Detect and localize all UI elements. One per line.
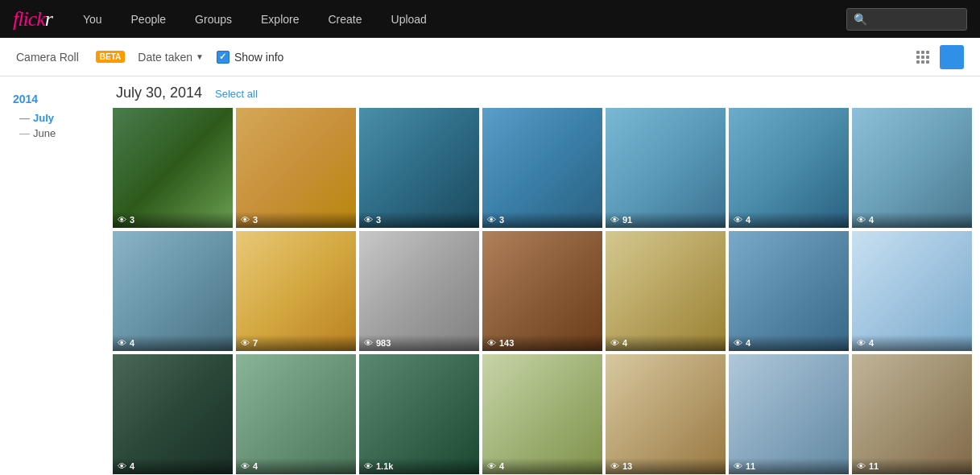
photo-grid: 👁3👁3👁3👁3👁91👁4👁4👁4👁7👁983👁143👁4👁4👁4👁4👁4👁1.…	[113, 108, 972, 474]
photo-item[interactable]: 👁11	[729, 354, 849, 474]
photo-item[interactable]: 👁13	[606, 354, 726, 474]
photo-item[interactable]: 👁4	[236, 354, 356, 474]
photo-overlay: 👁11	[729, 458, 849, 474]
photo-item[interactable]: 👁4	[729, 108, 849, 228]
date-taken-dropdown[interactable]: Date taken ▼	[138, 51, 204, 64]
show-info-checkbox[interactable]	[217, 51, 229, 64]
date-title: July 30, 2014	[116, 85, 202, 101]
photo-overlay: 👁1.1k	[359, 458, 479, 474]
photo-overlay: 👁13	[606, 458, 726, 474]
eye-icon: 👁	[118, 461, 126, 471]
eye-icon: 👁	[487, 461, 496, 471]
photo-overlay: 👁4	[606, 335, 726, 351]
eye-icon: 👁	[857, 215, 866, 225]
date-header: July 30, 2014 Select all	[113, 85, 972, 101]
photo-overlay: 👁4	[852, 212, 972, 228]
view-count: 4	[869, 338, 874, 348]
photo-item[interactable]: 👁143	[482, 231, 602, 351]
view-count: 4	[622, 338, 627, 348]
nav-people[interactable]: People	[117, 0, 181, 38]
photo-item[interactable]: 👁4	[852, 231, 972, 351]
nav-groups[interactable]: Groups	[180, 0, 246, 38]
view-count: 1.1k	[376, 461, 393, 471]
view-count: 3	[376, 215, 381, 225]
show-info-label: Show info	[234, 51, 283, 64]
eye-icon: 👁	[734, 338, 742, 348]
sidebar-month-july-label: July	[33, 112, 54, 124]
eye-icon: 👁	[610, 215, 619, 225]
photo-item[interactable]: 👁1.1k	[359, 354, 479, 474]
eye-icon: 👁	[857, 338, 866, 348]
beta-badge: BETA	[96, 51, 125, 63]
large-grid-icon	[945, 51, 958, 64]
eye-icon: 👁	[734, 215, 742, 225]
select-all-link[interactable]: Select all	[215, 88, 258, 100]
eye-icon: 👁	[118, 338, 126, 348]
small-grid-icon	[916, 51, 929, 64]
view-mode-selector	[911, 45, 964, 69]
nav-upload[interactable]: Upload	[377, 0, 441, 38]
photo-overlay: 👁4	[113, 335, 233, 351]
camera-roll-label: Camera Roll	[16, 51, 79, 64]
photo-overlay: 👁3	[113, 212, 233, 228]
date-taken-label: Date taken	[138, 51, 192, 64]
sidebar-month-june[interactable]: — June	[13, 126, 100, 141]
photo-overlay: 👁11	[852, 458, 972, 474]
date-section: July 30, 2014 Select all 👁3👁3👁3👁3👁91👁4👁4…	[113, 85, 972, 474]
eye-icon: 👁	[118, 215, 126, 225]
eye-icon: 👁	[487, 338, 496, 348]
photo-overlay: 👁4	[482, 458, 602, 474]
view-count: 4	[499, 461, 504, 471]
eye-icon: 👁	[241, 461, 250, 471]
photo-item[interactable]: 👁3	[359, 108, 479, 228]
large-grid-view-button[interactable]	[940, 45, 964, 69]
photo-item[interactable]: 👁4	[113, 354, 233, 474]
photo-overlay: 👁143	[482, 335, 602, 351]
toolbar: Camera Roll BETA Date taken ▼ Show info	[0, 38, 980, 76]
photo-item[interactable]: 👁3	[482, 108, 602, 228]
eye-icon: 👁	[610, 461, 619, 471]
photo-item[interactable]: 👁4	[852, 108, 972, 228]
photo-item[interactable]: 👁11	[852, 354, 972, 474]
eye-icon: 👁	[364, 461, 373, 471]
view-count: 4	[130, 338, 134, 348]
photo-overlay: 👁983	[359, 335, 479, 351]
view-count: 143	[499, 338, 514, 348]
site-logo[interactable]: flickr	[13, 7, 52, 31]
nav-explore[interactable]: Explore	[246, 0, 313, 38]
view-count: 11	[869, 461, 879, 471]
photo-item[interactable]: 👁4	[482, 354, 602, 474]
view-count: 4	[746, 338, 751, 348]
photo-item[interactable]: 👁3	[113, 108, 233, 228]
dash-icon: —	[19, 127, 30, 139]
view-count: 11	[746, 461, 755, 471]
chevron-down-icon: ▼	[196, 52, 204, 61]
photo-item[interactable]: 👁91	[606, 108, 726, 228]
photo-item[interactable]: 👁3	[236, 108, 356, 228]
search-bar[interactable]: 🔍	[846, 8, 967, 31]
eye-icon: 👁	[241, 215, 250, 225]
photo-overlay: 👁91	[606, 212, 726, 228]
eye-icon: 👁	[610, 338, 619, 348]
photo-item[interactable]: 👁7	[236, 231, 356, 351]
photo-overlay: 👁3	[359, 212, 479, 228]
photo-overlay: 👁4	[852, 335, 972, 351]
small-grid-view-button[interactable]	[911, 45, 935, 69]
dash-icon: —	[19, 112, 30, 124]
photo-item[interactable]: 👁983	[359, 231, 479, 351]
eye-icon: 👁	[857, 461, 866, 471]
sidebar-month-june-label: June	[33, 127, 56, 139]
view-count: 91	[622, 215, 632, 225]
nav-you[interactable]: You	[68, 0, 117, 38]
show-info-toggle[interactable]: Show info	[217, 51, 283, 64]
main-content: 2014 — July — June July 30, 2014 Select …	[0, 76, 980, 475]
photo-item[interactable]: 👁4	[729, 231, 849, 351]
sidebar-month-july[interactable]: — July	[13, 110, 100, 126]
view-count: 3	[499, 215, 504, 225]
photo-item[interactable]: 👁4	[606, 231, 726, 351]
photo-item[interactable]: 👁4	[113, 231, 233, 351]
nav-create[interactable]: Create	[314, 0, 377, 38]
eye-icon: 👁	[487, 215, 496, 225]
view-count: 4	[869, 215, 874, 225]
sidebar-year[interactable]: 2014	[13, 93, 100, 105]
